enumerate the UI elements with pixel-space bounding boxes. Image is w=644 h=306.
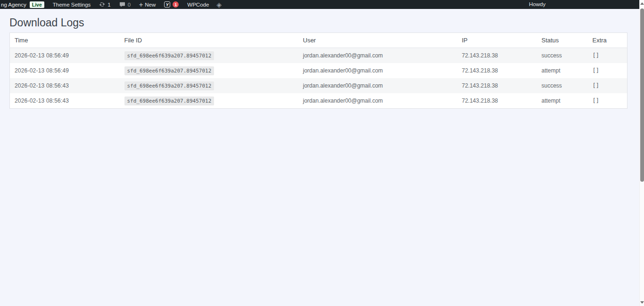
cell-status: attempt — [537, 63, 588, 78]
cell-extra: [] — [588, 93, 627, 109]
file-id-code: sfd_698ee6f639a207.89457012 — [124, 51, 215, 60]
update-icon — [99, 1, 105, 8]
wpcode-menu[interactable]: WPCode — [187, 2, 209, 8]
cell-time: 2026-02-13 08:56:49 — [10, 63, 120, 78]
updates-count: 1 — [107, 2, 110, 8]
cell-ip: 72.143.218.38 — [457, 78, 537, 93]
download-logs-table: Time File ID User IP Status Extra 2026-0… — [9, 32, 627, 109]
cell-ip: 72.143.218.38 — [457, 63, 537, 78]
column-header-user: User — [298, 33, 457, 48]
yoast-seo-icon: Y — [164, 1, 170, 8]
comment-icon — [119, 1, 125, 8]
cell-time: 2026-02-13 08:56:43 — [10, 78, 120, 93]
cell-file-id: sfd_698ee6f639a207.89457012 — [120, 78, 298, 93]
cell-file-id: sfd_698ee6f639a207.89457012 — [120, 93, 298, 109]
new-content-menu[interactable]: + New — [139, 1, 156, 8]
cell-extra: [] — [588, 78, 627, 93]
cell-extra: [] — [588, 48, 627, 64]
howdy-account-menu[interactable]: Howdy — [529, 0, 545, 9]
cell-extra: [] — [588, 63, 627, 78]
triangle-down-icon — [640, 301, 644, 304]
comments-count: 0 — [128, 2, 131, 8]
cell-status: attempt — [537, 93, 588, 109]
cell-status: success — [537, 48, 588, 64]
yoast-notification-badge: 1 — [173, 1, 179, 8]
file-id-code: sfd_698ee6f639a207.89457012 — [124, 97, 215, 105]
cell-file-id: sfd_698ee6f639a207.89457012 — [120, 48, 298, 64]
cell-user: jordan.alexander00@gmail.com — [298, 48, 457, 64]
site-name-menu[interactable]: ng Agency — [1, 2, 26, 8]
cell-file-id: sfd_698ee6f639a207.89457012 — [120, 63, 298, 78]
scroll-up-arrow[interactable] — [640, 0, 644, 7]
triangle-up-icon — [640, 2, 644, 5]
column-header-file-id: File ID — [120, 33, 298, 48]
scrollbar[interactable] — [639, 0, 644, 306]
plus-icon: + — [139, 1, 143, 8]
cell-user: jordan.alexander00@gmail.com — [298, 63, 457, 78]
live-badge[interactable]: Live — [30, 1, 44, 8]
column-header-ip: IP — [457, 33, 537, 48]
scroll-down-arrow[interactable] — [640, 299, 644, 306]
cell-status: success — [537, 78, 588, 93]
cell-time: 2026-02-13 08:56:49 — [10, 48, 120, 64]
cell-user: jordan.alexander00@gmail.com — [298, 78, 457, 93]
file-id-code: sfd_698ee6f639a207.89457012 — [124, 66, 215, 75]
theme-settings-menu[interactable]: Theme Settings — [53, 2, 91, 8]
cell-user: jordan.alexander00@gmail.com — [298, 93, 457, 109]
page-title: Download Logs — [9, 16, 639, 29]
new-label: New — [145, 2, 156, 8]
table-row: 2026-02-13 08:56:43 sfd_698ee6f639a207.8… — [10, 93, 627, 109]
cell-ip: 72.143.218.38 — [457, 93, 537, 109]
cell-time: 2026-02-13 08:56:43 — [10, 93, 120, 109]
cell-ip: 72.143.218.38 — [457, 48, 537, 64]
table-row: 2026-02-13 08:56:49 sfd_698ee6f639a207.8… — [10, 48, 627, 64]
table-body: 2026-02-13 08:56:49 sfd_698ee6f639a207.8… — [10, 48, 627, 109]
column-header-status: Status — [537, 33, 588, 48]
table-row: 2026-02-13 08:56:43 sfd_698ee6f639a207.8… — [10, 78, 627, 93]
scrollbar-thumb[interactable] — [640, 8, 644, 182]
file-id-code: sfd_698ee6f639a207.89457012 — [124, 81, 215, 90]
column-header-extra: Extra — [588, 33, 627, 48]
diamond-icon[interactable]: ◈ — [216, 1, 222, 8]
column-header-time: Time — [10, 33, 120, 48]
table-row: 2026-02-13 08:56:49 sfd_698ee6f639a207.8… — [10, 63, 627, 78]
table-header: Time File ID User IP Status Extra — [10, 33, 627, 48]
yoast-menu[interactable]: Y 1 — [164, 1, 179, 8]
comments-menu[interactable]: 0 — [119, 1, 131, 8]
admin-bar: ng Agency Live Theme Settings 1 0 + New … — [0, 0, 639, 9]
updates-menu[interactable]: 1 — [99, 1, 110, 8]
page-content: Download Logs Time File ID User IP Statu… — [0, 9, 639, 109]
